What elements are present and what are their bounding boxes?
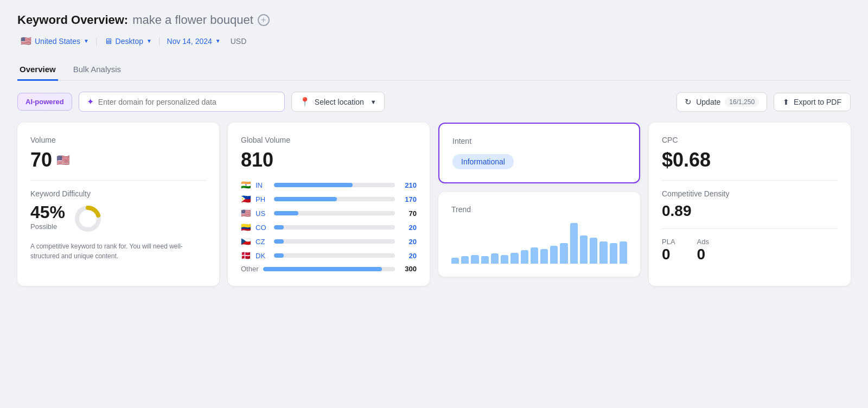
cpc-card: CPC $0.68 Competitive Density 0.89 PLA 0…	[649, 123, 851, 286]
country-flag-icon: 🇨🇿	[241, 237, 251, 246]
country-num: 210	[399, 181, 417, 189]
list-item	[501, 255, 508, 264]
country-code: IN	[256, 181, 270, 189]
filter-sep-2: |	[158, 37, 161, 46]
card-divider	[30, 180, 206, 181]
list-item	[531, 247, 538, 264]
list-item	[481, 256, 489, 264]
device-chevron-icon: ▼	[146, 38, 152, 44]
list-item	[590, 238, 597, 264]
trend-label: Trend	[451, 205, 627, 214]
pla-value: 0	[662, 246, 675, 263]
intent-card: Intent Informational	[438, 123, 640, 183]
trend-chart	[451, 220, 627, 264]
update-label: Update	[696, 98, 720, 106]
toolbar: AI-powered ✦ 📍 Select location ▼ ↻ Updat…	[17, 92, 851, 112]
page-header: Keyword Overview: make a flower bouquet …	[17, 13, 851, 27]
filter-sep-1: |	[95, 37, 98, 46]
cards-grid: Volume 70 🇺🇸 Keyword Difficulty 45% Poss…	[17, 123, 851, 286]
location-chevron-icon: ▼	[371, 99, 376, 105]
country-flag-icon: 🇨🇴	[241, 222, 251, 232]
country-num: 20	[399, 252, 417, 260]
country-num: 170	[399, 195, 417, 203]
other-label: Other	[241, 265, 259, 273]
country-label: United States	[35, 37, 80, 46]
location-icon: 📍	[299, 97, 310, 107]
intent-label: Intent	[452, 137, 626, 145]
list-item	[521, 250, 528, 264]
country-flag-icon: 🇺🇸	[241, 208, 251, 218]
country-filter[interactable]: 🇺🇸 United States ▼	[17, 34, 92, 48]
country-code: CO	[256, 224, 270, 232]
ads-label: Ads	[697, 238, 709, 246]
add-keyword-button[interactable]: +	[258, 14, 270, 26]
kd-label: Keyword Difficulty	[30, 189, 206, 198]
tab-overview[interactable]: Overview	[17, 59, 58, 81]
kd-section: 45% Possible	[30, 202, 206, 235]
export-icon: ⬆	[783, 98, 789, 106]
list-item	[570, 223, 578, 264]
date-chevron-icon: ▼	[215, 38, 221, 44]
country-code: PH	[256, 195, 270, 203]
location-select[interactable]: 📍 Select location ▼	[291, 92, 385, 112]
domain-input-container[interactable]: ✦	[79, 92, 285, 112]
date-label: Nov 14, 2024	[167, 37, 212, 46]
country-code: US	[256, 209, 270, 218]
other-bar	[263, 267, 395, 271]
spark-icon: ✦	[87, 97, 94, 107]
refresh-icon: ↻	[685, 97, 692, 107]
ads-value: 0	[697, 246, 709, 263]
desktop-icon: 🖥	[104, 36, 112, 46]
country-num: 70	[399, 209, 417, 218]
list-item: 🇺🇸 US 70	[241, 208, 417, 218]
global-volume-value: 810	[241, 149, 417, 171]
update-count: 16/1,250	[725, 97, 759, 107]
list-item: 🇩🇰 DK 20	[241, 251, 417, 260]
kd-possible: Possible	[30, 222, 65, 231]
country-chevron-icon: ▼	[84, 38, 89, 44]
ads-item: Ads 0	[697, 238, 709, 263]
list-item	[491, 253, 499, 264]
list-item	[620, 241, 627, 264]
list-item	[540, 249, 548, 264]
domain-input[interactable]	[98, 98, 277, 106]
country-list: 🇮🇳 IN 210 🇵🇭 PH 170 🇺🇸 US 70 🇨🇴 CO 20 🇨🇿…	[241, 180, 417, 260]
volume-label: Volume	[30, 136, 206, 144]
export-button[interactable]: ⬆ Export to PDF	[774, 93, 851, 111]
country-flag-icon: 🇩🇰	[241, 251, 251, 260]
other-row: Other 300	[241, 265, 417, 273]
ai-powered-badge: AI-powered	[17, 93, 72, 111]
tab-bulk-analysis[interactable]: Bulk Analysis	[71, 59, 123, 81]
list-item	[471, 255, 478, 264]
list-item	[599, 241, 607, 264]
country-flag-icon: 🇮🇳	[241, 180, 251, 190]
informational-badge: Informational	[452, 154, 514, 169]
trend-card: Trend	[438, 192, 640, 277]
date-filter[interactable]: Nov 14, 2024 ▼	[164, 35, 224, 48]
country-bar	[274, 211, 395, 215]
list-item	[610, 243, 617, 264]
update-button[interactable]: ↻ Update 16/1,250	[676, 92, 767, 112]
other-num: 300	[399, 265, 417, 273]
pla-item: PLA 0	[662, 238, 675, 263]
list-item	[550, 246, 558, 264]
comp-density-value: 0.89	[662, 202, 838, 220]
device-label: Desktop	[116, 37, 143, 46]
list-item	[510, 253, 518, 264]
cpc-value: $0.68	[662, 149, 838, 171]
keyword-text: make a flower bouquet	[132, 13, 253, 27]
global-volume-card: Global Volume 810 🇮🇳 IN 210 🇵🇭 PH 170 🇺🇸…	[228, 123, 430, 286]
country-code: CZ	[256, 238, 270, 246]
volume-flag-icon: 🇺🇸	[56, 154, 70, 167]
device-filter[interactable]: 🖥 Desktop ▼	[101, 34, 155, 48]
global-volume-label: Global Volume	[241, 136, 417, 144]
country-bar	[274, 183, 395, 187]
country-bar	[274, 197, 395, 201]
cpc-label: CPC	[662, 136, 838, 144]
list-item: 🇵🇭 PH 170	[241, 194, 417, 204]
kd-donut-chart	[74, 205, 102, 233]
country-bar	[274, 239, 395, 244]
page-title-label: Keyword Overview:	[17, 13, 128, 27]
tabs: Overview Bulk Analysis	[17, 59, 851, 81]
filter-bar: 🇺🇸 United States ▼ | 🖥 Desktop ▼ | Nov 1…	[17, 34, 851, 48]
